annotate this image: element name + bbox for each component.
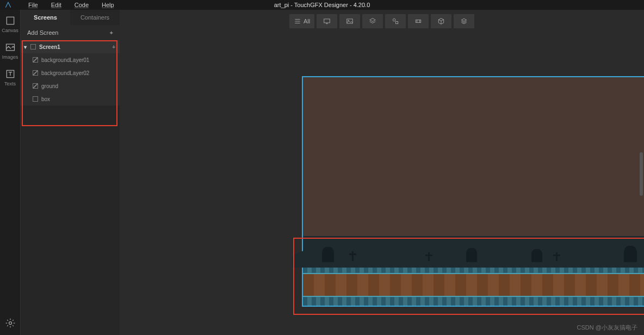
menu-edit[interactable]: Edit xyxy=(45,2,68,8)
tab-screens[interactable]: Screens xyxy=(21,10,70,25)
tree-item-label: backgroundLayer02 xyxy=(41,70,89,76)
watermark-text: CSDN @小灰灰搞电子 xyxy=(577,324,637,332)
toolbar-cube-button[interactable] xyxy=(431,14,451,28)
app-logo-icon xyxy=(4,1,12,9)
monitor-icon xyxy=(323,17,331,25)
chevron-down-icon: ▾ xyxy=(23,44,27,50)
tab-containers[interactable]: Containers xyxy=(70,10,120,25)
tree-item-label: ground xyxy=(41,83,58,89)
canvas-icon xyxy=(5,15,16,26)
nav-images-label: Images xyxy=(2,54,18,60)
plus-icon: + xyxy=(110,29,113,36)
toolbar-all-label: All xyxy=(304,18,310,24)
tree-item[interactable]: ground xyxy=(21,79,120,92)
toolbar-all-button[interactable]: All xyxy=(289,14,314,28)
nav-texts-label: Texts xyxy=(4,81,16,86)
canvas-screen[interactable] xyxy=(302,76,644,307)
box-node-icon xyxy=(33,96,38,102)
add-child-icon[interactable]: + xyxy=(112,44,115,50)
svg-point-7 xyxy=(393,18,395,21)
menu-code[interactable]: Code xyxy=(68,2,95,8)
menu-file[interactable]: File xyxy=(22,2,45,8)
shapes-icon xyxy=(392,17,399,25)
svg-rect-8 xyxy=(396,22,398,24)
gear-icon xyxy=(5,318,16,328)
toolbar-layers-button[interactable] xyxy=(362,14,383,28)
nav-canvas[interactable]: Canvas xyxy=(3,15,18,33)
tree-screen-node[interactable]: ▾ Screen1 + xyxy=(21,40,120,53)
tree-item-label: box xyxy=(41,96,50,102)
tree-item[interactable]: backgroundLayer02 xyxy=(21,66,120,79)
canvas-ground-widget[interactable] xyxy=(303,236,644,306)
image-node-icon xyxy=(33,70,38,76)
svg-rect-4 xyxy=(324,19,330,23)
image-node-icon xyxy=(33,57,38,63)
image-node-icon xyxy=(33,83,38,89)
layers-icon xyxy=(369,17,376,25)
nav-canvas-label: Canvas xyxy=(2,28,18,33)
picture-icon xyxy=(346,17,354,25)
nav-settings[interactable] xyxy=(3,318,18,328)
toolbar-stack-button[interactable] xyxy=(454,14,474,28)
svg-rect-0 xyxy=(7,17,14,24)
toolbar-widget-button[interactable] xyxy=(408,14,429,28)
toolbar-image-button[interactable] xyxy=(339,14,360,28)
stack-icon xyxy=(460,17,468,25)
svg-rect-5 xyxy=(347,19,353,23)
svg-rect-9 xyxy=(416,20,420,23)
screen-icon xyxy=(30,44,36,49)
widget-icon xyxy=(414,17,422,25)
tree-screen-label: Screen1 xyxy=(39,44,60,50)
nav-images[interactable]: Images xyxy=(3,42,18,60)
texts-icon xyxy=(5,69,16,79)
svg-point-3 xyxy=(9,322,11,325)
add-screen-label: Add Screen xyxy=(27,29,58,36)
images-icon xyxy=(5,42,16,53)
tree-item-label: backgroundLayer01 xyxy=(41,57,89,63)
tree-item[interactable]: backgroundLayer01 xyxy=(21,53,120,66)
vertical-scrollbar[interactable] xyxy=(640,152,643,196)
tree-item[interactable]: box xyxy=(21,92,120,106)
add-screen-button[interactable]: Add Screen + xyxy=(21,25,120,40)
cube-icon xyxy=(437,17,445,25)
toolbar-shapes-button[interactable] xyxy=(385,14,406,28)
nav-texts[interactable]: Texts xyxy=(3,69,18,86)
menu-help[interactable]: Help xyxy=(95,2,121,8)
list-icon xyxy=(294,17,301,25)
toolbar-screen-button[interactable] xyxy=(317,14,337,28)
window-title: art_pi - TouchGFX Designer - 4.20.0 xyxy=(274,2,370,8)
